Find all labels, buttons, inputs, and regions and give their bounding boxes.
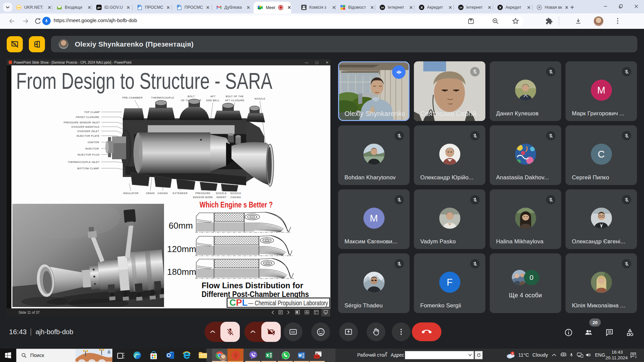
svg-text:PRE-CHAMBER: PRE-CHAMBER [122,96,143,99]
svg-text:EXTENDER: EXTENDER [173,192,188,195]
svg-text:TOP CLAMP: TOP CLAMP [84,111,100,114]
svg-text:AFT: AFT [210,95,216,98]
svg-text:24: 24 [381,6,384,9]
svg-text:INJECTOR PLATE: INJECTOR PLATE [76,134,100,137]
svg-text:BOTTOM CLAMP: BOTTOM CLAMP [77,167,99,170]
svg-text:24: 24 [460,6,463,9]
svg-text:BOLT OF THE: BOLT OF THE [226,95,244,98]
svg-text:180mm: 180mm [167,267,196,277]
svg-text:PRESSURE SENSOR INLET: PRESSURE SENSOR INLET [64,121,100,124]
svg-text:THERMOCOUPLE INLET: THERMOCOUPLE INLET [68,161,100,164]
svg-text:FRONT CLOSURE: FRONT CLOSURE [76,116,99,119]
svg-text:GRAIN: GRAIN [146,192,155,195]
svg-text:AFT CLOSURE: AFT CLOSURE [225,99,245,102]
svg-text:— Chemical Propulsion Laborato: — Chemical Propulsion Laboratory [248,299,328,307]
svg-text:UN: UN [17,6,20,9]
svg-text:THERMOCOUPLE: THERMOCOUPLE [151,96,174,99]
svg-text:1: 1 [512,352,514,355]
svg-text:INJECTOR PLUG: INJECTOR PLUG [77,153,100,156]
svg-text:BOLT: BOLT [188,95,195,98]
svg-text:NOZZLE: NOZZLE [216,192,227,195]
svg-text:Flow Lines Distribution for: Flow Lines Distribution for [202,281,303,290]
svg-text:OXIDIZER INLET: OXIDIZER INLET [77,130,99,133]
svg-text:PRESSURE: PRESSURE [196,192,211,195]
svg-text:Which Engine s Better ?: Which Engine s Better ? [200,200,273,209]
svg-text:INJECTOR: INJECTOR [85,147,99,150]
svg-text:INSERT: INSERT [216,196,226,199]
svg-text:From Design to Structure - SAR: From Design to Structure - SARA [16,68,272,94]
svg-text:дія: дія [97,6,101,9]
svg-text:CASING: CASING [157,192,168,195]
svg-text:CC: CC [291,330,295,334]
svg-text:Different Post-Chamber Lengths: Different Post-Chamber Lengths [202,290,309,299]
svg-text:120mm: 120mm [167,244,196,254]
svg-text:60mm: 60mm [169,221,193,231]
svg-text:NOZZLE: NOZZLE [230,192,241,195]
svg-text:OXIDIZER MANIFOLD: OXIDIZER MANIFOLD [71,125,100,128]
svg-text:IGNITOR: IGNITOR [88,141,99,144]
svg-text:END BELL: END BELL [206,99,220,102]
svg-text:CASING: CASING [230,196,241,199]
svg-text:NOZZLE: NOZZLE [255,97,265,100]
svg-text:2: 2 [635,355,637,359]
svg-text:CPL: CPL [229,298,248,308]
svg-text:INSULATOR: INSULATOR [123,192,139,195]
svg-text:SENSOR BORE: SENSOR BORE [193,196,213,199]
